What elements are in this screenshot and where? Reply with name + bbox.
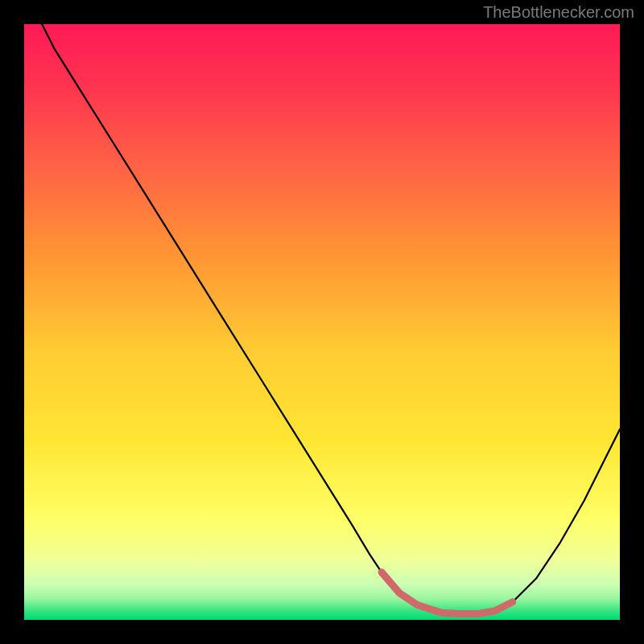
- chart-plot-area: [24, 24, 620, 620]
- chart-svg: [24, 24, 620, 620]
- attribution-label: TheBottlenecker.com: [483, 3, 634, 22]
- chart-background: [24, 24, 620, 620]
